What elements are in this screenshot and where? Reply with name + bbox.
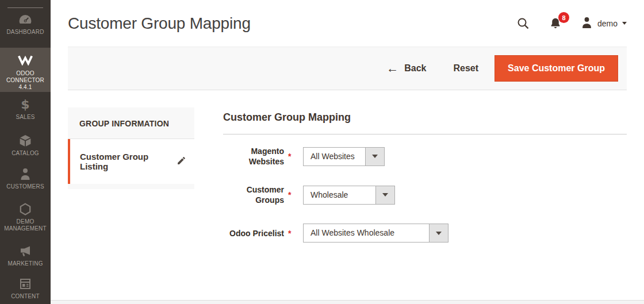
panel-item-customer-group-listing[interactable]: Customer Group Listing [68,139,194,184]
content-icon [0,277,51,291]
select-dropdown-button[interactable] [375,186,394,204]
sidebar-item-demo-management[interactable]: DEMO MANAGEMENT [0,202,51,232]
field-customer-groups: Customer Groups * Wholesale [223,184,627,205]
page-title: Customer Group Mapping [68,14,516,33]
back-arrow-icon: ← [386,64,398,73]
caret-down-icon [382,193,388,197]
odoo-connector-icon [0,54,51,68]
caret-down-icon [436,232,442,235]
sidebar-item-label: CATALOG [0,150,51,157]
horizontal-scrollbar[interactable] [51,300,644,304]
panel-item-label: Customer Group Listing [80,152,177,171]
select-value: Wholesale [304,186,375,204]
admin-sidebar: DASHBOARD ODOO CONNECTOR 4.4.1 $ SALES C… [0,0,51,304]
group-information-panel: GROUP INFORMATION Customer Group Listing [68,107,194,261]
dashboard-icon [0,13,51,26]
save-customer-group-button[interactable]: Save Customer Group [494,55,618,82]
required-asterisk: * [288,229,294,238]
action-toolbar: ← Back Reset Save Customer Group [68,47,627,90]
sidebar-item-dashboard[interactable]: DASHBOARD [0,13,51,36]
notification-count-badge[interactable]: 8 [558,12,569,23]
edit-pencil-icon [177,156,186,168]
header-actions: 8 demo [516,16,627,31]
magento-websites-select[interactable]: All Websites [303,147,385,166]
field-label: Customer Groups [223,184,284,205]
page-header: Customer Group Mapping 8 demo [51,0,644,47]
back-label: Back [404,63,426,74]
sidebar-item-marketing[interactable]: MARKETING [0,244,51,267]
marketing-icon [0,244,51,258]
sidebar-item-label: CONTENT [0,293,51,300]
required-asterisk: * [288,152,294,161]
panel-header: GROUP INFORMATION [68,107,194,139]
customer-groups-select[interactable]: Wholesale [303,186,395,205]
sidebar-item-label: SALES [0,114,51,121]
sidebar-item-label: DASHBOARD [0,29,51,36]
back-button[interactable]: ← Back [386,63,426,74]
caret-down-icon [372,155,378,158]
select-value: All Websites Wholesale [304,224,429,242]
select-dropdown-button[interactable] [429,224,448,242]
main-region: GROUP INFORMATION Customer Group Listing… [51,90,644,261]
reset-label: Reset [453,63,478,74]
panel-bottom-strip [68,184,194,189]
sidebar-item-catalog[interactable]: CATALOG [0,134,51,157]
odoo-pricelist-select[interactable]: All Websites Wholesale [303,224,448,243]
username: demo [597,19,618,28]
notifications-bell-icon[interactable]: 8 [549,17,562,30]
user-avatar-icon [581,16,593,31]
select-value: All Websites [304,148,365,166]
mapping-form: Customer Group Mapping Magento Websites … [223,107,627,261]
sidebar-item-label: DEMO MANAGEMENT [0,218,51,232]
sidebar-item-odoo-connector[interactable]: ODOO CONNECTOR 4.4.1 [0,48,51,92]
sales-icon: $ [0,98,51,111]
catalog-icon [0,134,51,148]
field-magento-websites: Magento Websites * All Websites [223,146,627,167]
sidebar-item-customers[interactable]: CUSTOMERS [0,167,51,190]
section-title: Customer Group Mapping [223,111,627,134]
sidebar-item-sales[interactable]: $ SALES [0,98,51,121]
sidebar-item-label: MARKETING [0,260,51,267]
magento-logo-line [7,7,43,8]
field-odoo-pricelist: Odoo Pricelist * All Websites Wholesale [223,223,627,243]
content-area: Customer Group Mapping 8 demo ← Back [51,0,644,304]
user-menu[interactable]: demo [581,16,627,31]
select-dropdown-button[interactable] [365,148,384,166]
field-label: Magento Websites [223,146,284,167]
search-icon[interactable] [516,17,530,30]
customers-icon [0,167,51,181]
demo-management-icon [0,202,51,216]
required-asterisk: * [288,190,294,199]
field-label: Odoo Pricelist [223,228,284,238]
reset-button[interactable]: Reset [453,63,478,74]
sidebar-item-content[interactable]: CONTENT [0,277,51,300]
chevron-down-icon [622,22,627,25]
form-rows: Magento Websites * All Websites Customer… [223,146,627,243]
sidebar-item-label: CUSTOMERS [0,183,51,190]
sidebar-item-label: ODOO CONNECTOR 4.4.1 [0,70,51,91]
